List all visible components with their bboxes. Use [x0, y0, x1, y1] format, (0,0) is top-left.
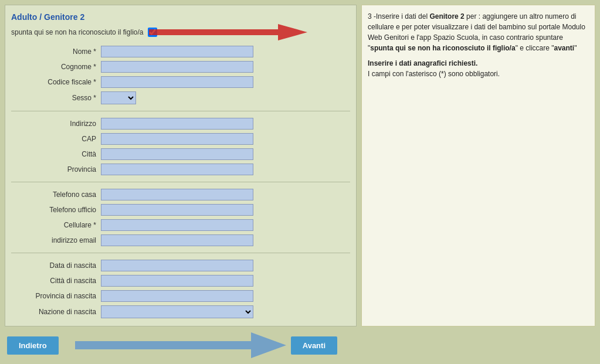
codice-fiscale-input[interactable]: [101, 76, 253, 88]
info-text-2: Inserire i dati anagrafici richiesti. I …: [368, 58, 589, 79]
cellulare-label: Cellulare *: [11, 221, 96, 229]
svg-rect-2: [75, 341, 251, 349]
address-section: Indirizzo CAP Città Provincia: [5, 115, 356, 178]
divider-2: [11, 182, 350, 182]
nazione-nascita-select[interactable]: [101, 305, 253, 318]
sesso-row: Sesso *: [5, 90, 356, 106]
svg-rect-0: [149, 29, 278, 35]
tel-ufficio-input[interactable]: [101, 204, 253, 216]
cellulare-row: Cellulare *: [5, 217, 356, 233]
codice-fiscale-row: Codice fiscale *: [5, 74, 356, 90]
required-fields-section: Nome * Cognome * Codice fiscale * Sesso …: [5, 43, 356, 107]
provincia-row: Provincia: [5, 162, 356, 177]
tel-casa-row: Telefono casa: [5, 187, 356, 202]
provincia-label: Provincia: [11, 165, 96, 174]
citta-nascita-label: Città di nascita: [11, 277, 96, 285]
citta-nascita-input[interactable]: [101, 275, 253, 287]
citta-label: Città: [11, 150, 96, 158]
svg-marker-1: [278, 24, 307, 40]
data-nascita-label: Data di nascita: [11, 261, 96, 270]
indirizzo-label: Indirizzo: [11, 120, 96, 128]
divider-1: [11, 111, 350, 111]
tel-casa-label: Telefono casa: [11, 190, 96, 199]
indirizzo-row: Indirizzo: [5, 116, 356, 131]
data-nascita-row: Data di nascita: [5, 258, 356, 273]
divider-3: [11, 253, 350, 253]
tel-ufficio-label: Telefono ufficio: [11, 206, 96, 214]
email-label: indirizzo email: [11, 236, 96, 244]
avanti-button[interactable]: Avanti: [291, 336, 337, 355]
prov-nascita-row: Provincia di nascita: [5, 288, 356, 304]
form-panel: Adulto / Genitore 2 spunta qui se non ha…: [5, 5, 357, 326]
cognome-label: Cognome *: [11, 63, 96, 71]
nazione-nascita-row: Nazione di nascita: [5, 304, 356, 320]
citta-nascita-row: Città di nascita: [5, 273, 356, 288]
email-input[interactable]: [101, 234, 253, 246]
main-container: Adulto / Genitore 2 spunta qui se non ha…: [0, 0, 600, 364]
blue-arrow-icon: [75, 332, 286, 358]
data-nascita-input[interactable]: [101, 260, 253, 271]
provincia-input[interactable]: [101, 164, 253, 175]
sesso-label: Sesso *: [11, 94, 96, 102]
nazione-nascita-label: Nazione di nascita: [11, 308, 96, 316]
cap-row: CAP: [5, 131, 356, 147]
bottom-bar: Indietro Avanti: [5, 331, 595, 359]
nome-row: Nome *: [5, 44, 356, 59]
info-text-1: 3 -Inserire i dati del Genitore 2 per : …: [368, 11, 589, 53]
birth-section: Data di nascita Città di nascita Provinc…: [5, 257, 356, 321]
info-panel: 3 -Inserire i dati del Genitore 2 per : …: [361, 5, 595, 326]
tel-ufficio-row: Telefono ufficio: [5, 202, 356, 217]
checkbox-row: spunta qui se non ha riconosciuto il fig…: [5, 25, 356, 39]
prov-nascita-input[interactable]: [101, 290, 253, 302]
form-title: Adulto / Genitore 2: [5, 10, 356, 25]
sesso-select[interactable]: [101, 91, 136, 104]
cellulare-input[interactable]: [101, 219, 253, 231]
email-row: indirizzo email: [5, 233, 356, 248]
svg-marker-3: [251, 332, 286, 358]
nome-label: Nome *: [11, 47, 96, 56]
citta-input[interactable]: [101, 148, 253, 160]
citta-row: Città: [5, 147, 356, 162]
checkbox-label: spunta qui se non ha riconosciuto il fig…: [11, 28, 143, 36]
content-area: Adulto / Genitore 2 spunta qui se non ha…: [5, 5, 595, 326]
prov-nascita-label: Provincia di nascita: [11, 292, 96, 300]
cap-label: CAP: [11, 135, 96, 143]
indirizzo-input[interactable]: [101, 118, 253, 130]
nome-input[interactable]: [101, 46, 253, 57]
red-arrow-icon: [149, 24, 307, 40]
codice-fiscale-label: Codice fiscale *: [11, 78, 96, 86]
tel-casa-input[interactable]: [101, 189, 253, 200]
cap-input[interactable]: [101, 133, 253, 145]
cognome-input[interactable]: [101, 61, 253, 73]
contact-section: Telefono casa Telefono ufficio Cellulare…: [5, 186, 356, 249]
indietro-button[interactable]: Indietro: [7, 336, 59, 355]
cognome-row: Cognome *: [5, 59, 356, 74]
